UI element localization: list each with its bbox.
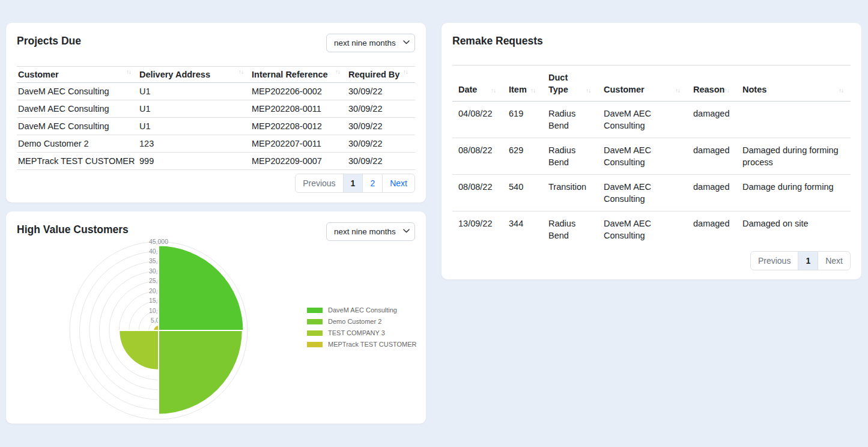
column-header-required-by[interactable]: Required By↑↓ <box>347 67 415 83</box>
table-cell: DaveM AEC Consulting <box>598 211 687 248</box>
table-row: Demo Customer 2123MEP202207-001130/09/22 <box>17 135 415 153</box>
column-label: Delivery Address <box>139 70 210 79</box>
legend-item-meptrack-test-customer[interactable]: MEPTrack TEST CUSTOMER <box>307 342 417 347</box>
table-cell: damaged <box>687 138 736 175</box>
polar-segment-davem-aec-consulting[interactable] <box>159 246 243 330</box>
table-cell: Damaged during forming process <box>736 138 851 175</box>
table-cell: Radius Bend <box>542 102 598 138</box>
page-1-button[interactable]: 1 <box>343 174 363 193</box>
table-cell: Radius Bend <box>542 138 598 175</box>
column-label: Customer <box>18 70 59 79</box>
table-header-row: Customer↑↓Delivery Address↑↓Internal Ref… <box>17 67 415 83</box>
sort-icon[interactable]: ↑↓ <box>403 66 408 78</box>
table-row: DaveM AEC ConsultingU1MEP202208-001230/0… <box>17 118 415 135</box>
table-cell <box>736 102 851 138</box>
sort-icon[interactable]: ↑↓ <box>126 66 131 78</box>
table-cell: Damaged on site <box>736 211 851 248</box>
table-cell: 123 <box>138 135 250 153</box>
column-header-reason[interactable]: Reason↑↓ <box>687 65 736 102</box>
legend-item-test-company-3[interactable]: TEST COMPANY 3 <box>307 330 417 336</box>
table-cell: MEP202209-0007 <box>250 153 347 170</box>
polar-segment-demo-customer-2[interactable] <box>159 330 243 415</box>
sort-icon[interactable]: ↑↓ <box>675 85 680 97</box>
table-cell: 04/08/22 <box>452 102 503 138</box>
column-header-duct-type[interactable]: Duct Type↑↓ <box>542 65 598 102</box>
table-cell: DaveM AEC Consulting <box>598 102 687 138</box>
table-cell: 30/09/22 <box>347 83 415 100</box>
polar-segment-test-company-3[interactable] <box>119 330 159 370</box>
column-header-date[interactable]: Date↑↓ <box>452 65 503 102</box>
legend-swatch <box>307 308 323 313</box>
column-header-customer[interactable]: Customer↑↓ <box>598 65 687 102</box>
sort-icon[interactable]: ↑↓ <box>530 85 535 97</box>
table-cell: DaveM AEC Consulting <box>17 100 138 118</box>
table-row: 04/08/22619Radius BendDaveM AEC Consulti… <box>452 102 851 138</box>
column-header-customer[interactable]: Customer↑↓ <box>17 67 138 83</box>
previous-button[interactable]: Previous <box>295 174 343 193</box>
legend-label: TEST COMPANY 3 <box>328 330 385 336</box>
next-button[interactable]: Next <box>818 251 851 270</box>
table-cell: DaveM AEC Consulting <box>598 175 687 211</box>
table-cell: 08/08/22 <box>452 175 503 211</box>
sort-icon[interactable]: ↑↓ <box>839 85 843 97</box>
legend-label: MEPTrack TEST CUSTOMER <box>328 341 417 348</box>
table-cell: MEPTrack TEST CUSTOMER <box>17 153 138 170</box>
table-cell: U1 <box>138 100 250 118</box>
sort-icon[interactable]: ↑↓ <box>586 85 590 97</box>
column-label: Customer <box>604 85 645 94</box>
polar-area-chart: 5,00010,00015,00020,00025,00030,00035,00… <box>6 238 288 423</box>
column-header-internal-reference[interactable]: Internal Reference↑↓ <box>250 67 347 83</box>
radial-tick-label: 45,000 <box>149 238 168 245</box>
table-cell: Demo Customer 2 <box>17 135 138 153</box>
table-cell: damaged <box>687 211 736 248</box>
table-cell: damaged <box>687 102 736 138</box>
remake-requests-pagination: Previous1Next <box>452 251 851 270</box>
table-cell: DaveM AEC Consulting <box>598 138 687 175</box>
sort-icon[interactable]: ↑↓ <box>724 85 729 97</box>
remake-requests-panel: Remake Requests Date↑↓Item↑↓Duct Type↑↓C… <box>442 23 861 279</box>
legend-swatch <box>307 319 323 324</box>
column-header-delivery-address[interactable]: Delivery Address↑↓ <box>138 67 250 83</box>
legend-item-davem-aec-consulting[interactable]: DaveM AEC Consulting <box>307 308 417 313</box>
table-row: DaveM AEC ConsultingU1MEP202208-001130/0… <box>17 100 415 118</box>
high-value-customers-panel: High Value Customers next nine months 5,… <box>6 211 426 424</box>
projects-due-panel: Projects Due next nine months Customer↑↓… <box>6 23 426 202</box>
table-cell: 629 <box>503 138 542 175</box>
table-cell: 30/09/22 <box>347 153 415 170</box>
column-label: Internal Reference <box>252 70 328 79</box>
polar-segment-meptrack-test-customer[interactable] <box>153 325 159 330</box>
table-cell: DaveM AEC Consulting <box>17 118 138 135</box>
table-header-row: Date↑↓Item↑↓Duct Type↑↓Customer↑↓Reason↑… <box>452 65 851 102</box>
sort-icon[interactable]: ↑↓ <box>335 66 340 78</box>
projects-due-table: Customer↑↓Delivery Address↑↓Internal Ref… <box>17 66 415 170</box>
legend-swatch <box>307 330 323 336</box>
column-label: Required By <box>348 70 399 79</box>
table-cell: U1 <box>138 118 250 135</box>
timeframe-select[interactable]: next nine months <box>326 222 415 241</box>
column-label: Date <box>458 85 477 94</box>
legend-item-demo-customer-2[interactable]: Demo Customer 2 <box>307 319 417 324</box>
column-header-notes[interactable]: Notes↑↓ <box>736 65 851 102</box>
table-row: DaveM AEC ConsultingU1MEP202206-000230/0… <box>17 83 415 100</box>
column-header-item[interactable]: Item↑↓ <box>503 65 542 102</box>
page-2-button[interactable]: 2 <box>362 174 383 193</box>
table-row: MEPTrack TEST CUSTOMER999MEP202209-00073… <box>17 153 415 170</box>
timeframe-select[interactable]: next nine months <box>326 34 415 52</box>
column-label: Duct Type <box>548 73 568 94</box>
sort-icon[interactable]: ↑↓ <box>491 85 496 97</box>
table-cell: 30/09/22 <box>347 118 415 135</box>
page-1-button[interactable]: 1 <box>798 251 818 270</box>
projects-due-timeframe: next nine months <box>326 34 415 52</box>
next-button[interactable]: Next <box>382 174 415 193</box>
high-value-customers-timeframe: next nine months <box>326 222 415 241</box>
table-cell: U1 <box>138 83 250 100</box>
column-label: Reason <box>693 85 724 94</box>
projects-due-pagination: Previous12Next <box>17 174 415 193</box>
previous-button[interactable]: Previous <box>750 251 798 270</box>
table-cell: Transition <box>542 175 598 211</box>
table-row: 13/09/22344Radius BendDaveM AEC Consulti… <box>452 211 851 248</box>
chart-legend: DaveM AEC ConsultingDemo Customer 2TEST … <box>307 308 417 353</box>
sort-icon[interactable]: ↑↓ <box>238 66 243 78</box>
legend-label: Demo Customer 2 <box>328 318 381 325</box>
column-label: Item <box>509 85 527 94</box>
